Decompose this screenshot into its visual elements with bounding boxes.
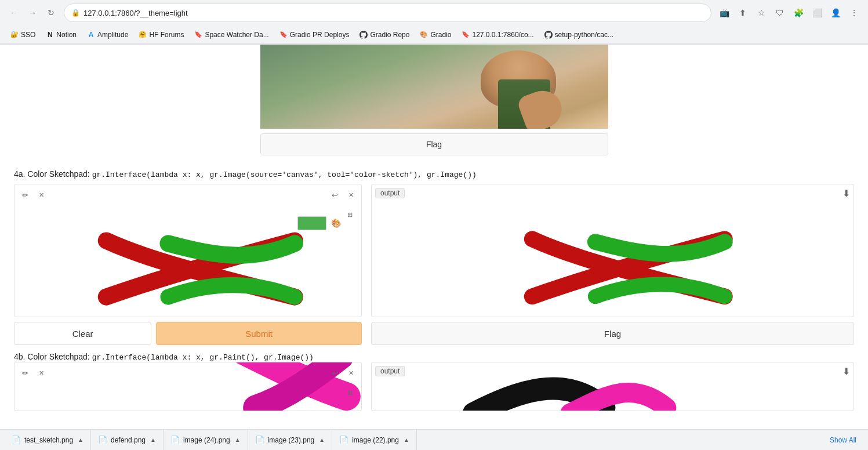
extension-button[interactable]: 🛡 — [772, 5, 788, 21]
bookmark-setup-python[interactable]: setup-python/cac... — [540, 29, 618, 41]
undo-button-4b[interactable]: ↩ — [328, 366, 342, 380]
top-section: Flag — [0, 45, 868, 160]
sketchpad-4a-left: ✏ ✕ ↩ ✕ ⊞ 🎨 — [14, 184, 362, 345]
gradio-repo-icon — [359, 31, 368, 39]
undo-button[interactable]: ↩ — [328, 188, 342, 202]
notion-icon: N — [46, 31, 54, 39]
canvas-toolbar-left: ✏ ✕ — [18, 188, 48, 202]
bookmark-gradio-pr-label: Gradio PR Deploys — [290, 31, 350, 39]
canvas-4b-right-tools: ⊞ — [343, 386, 357, 400]
bookmark-space-watcher-label: Space Watcher Da... — [205, 31, 268, 39]
forward-button[interactable]: → — [24, 5, 41, 21]
flag-button-4a[interactable]: Flag — [371, 322, 854, 345]
bookmark-notion-label: Notion — [56, 31, 77, 39]
color-tools: 🎨 — [297, 216, 343, 230]
top-image — [260, 45, 608, 129]
bookmark-hf-label: HF Forums — [149, 31, 184, 39]
bookmark-amplitude-label: Amplitude — [97, 31, 128, 39]
brush-size-button[interactable]: ⊞ — [343, 208, 357, 222]
bookmark-gradio[interactable]: 🎨 Gradio — [415, 29, 456, 41]
canvas-4b-sketch — [14, 362, 361, 411]
color-picker-button[interactable]: 🎨 — [329, 216, 343, 230]
submit-button-4a[interactable]: Submit — [156, 322, 362, 345]
clear-canvas-button-4b[interactable]: ✕ — [344, 366, 358, 380]
top-image-wrapper: Flag — [260, 45, 608, 155]
bookmark-setup-python-label: setup-python/cac... — [555, 31, 613, 39]
cast-button[interactable]: 📺 — [716, 5, 732, 21]
lock-icon: 🔒 — [71, 9, 80, 17]
canvas-toolbar-right: ↩ ✕ — [328, 188, 358, 202]
setup-python-icon — [544, 31, 553, 39]
bookmark-star-button[interactable]: ☆ — [753, 5, 769, 21]
canvas-right-tools: ⊞ — [343, 208, 357, 222]
sketchpad-4a-right: output ⬇ Flag — [371, 184, 854, 345]
back-button[interactable]: ← — [6, 5, 22, 21]
output-sketch-4a — [372, 184, 854, 317]
sketchpad-4b-left: ✏ ✕ ↩ ✕ ⊞ — [14, 362, 362, 411]
flag-button-top-container: Flag — [260, 131, 608, 155]
sketchpad-4b-row: ✏ ✕ ↩ ✕ ⊞ output — [0, 362, 868, 411]
button-row-4a: Clear Submit — [14, 322, 362, 345]
split-view-button[interactable]: ⬜ — [809, 5, 825, 21]
amplitude-icon: A — [87, 31, 95, 39]
section-4b-code: gr.Interface(lambda x: x, gr.Paint(), gr… — [92, 353, 314, 362]
bookmark-local[interactable]: 🔖 127.0.0.1:7860/co... — [457, 29, 538, 41]
close-canvas-button-4b[interactable]: ✕ — [34, 366, 48, 380]
clear-canvas-button[interactable]: ✕ — [344, 188, 358, 202]
section-4b-title: 4b. Color Sketchpad: — [14, 352, 90, 361]
gradio-pr-icon: 🔖 — [279, 31, 288, 39]
bookmark-gradio-repo[interactable]: Gradio Repo — [355, 29, 414, 41]
sketchpad-4b-right: output ⬇ — [371, 362, 854, 411]
section-4a-code: gr.Interface(lambda x: x, gr.Image(sourc… — [92, 170, 477, 179]
canvas-4b-toolbar-left: ✏ ✕ — [18, 366, 48, 380]
bookmark-hf-forums[interactable]: 🤗 HF Forums — [134, 29, 188, 41]
download-bar: 📄 test_sketch.png ▲ 📄 defend.png ▲ 📄 ima… — [0, 429, 868, 430]
reload-button[interactable]: ↻ — [43, 5, 59, 21]
sketchpad-4a-row: ✏ ✕ ↩ ✕ ⊞ 🎨 — [0, 184, 868, 352]
page-content: Flag 4a. Color Sketchpad: gr.Interface(l… — [0, 45, 868, 430]
bookmark-gradio-repo-label: Gradio Repo — [370, 31, 409, 39]
browser-chrome: ← → ↻ 🔒 127.0.0.1:7860/?__theme=light 📺 … — [0, 0, 868, 45]
menu-button[interactable]: ⋮ — [846, 5, 862, 21]
bookmark-amplitude[interactable]: A Amplitude — [82, 29, 133, 41]
gradio-icon: 🎨 — [420, 31, 428, 39]
nav-buttons: ← → ↻ — [6, 5, 59, 21]
close-canvas-button[interactable]: ✕ — [34, 188, 48, 202]
sso-icon: 🔐 — [10, 31, 19, 39]
extensions-puzzle-button[interactable]: 🧩 — [790, 5, 807, 21]
input-canvas-4a[interactable]: ✏ ✕ ↩ ✕ ⊞ 🎨 — [14, 184, 362, 317]
brush-size-button-4b[interactable]: ⊞ — [343, 386, 357, 400]
browser-toolbar: ← → ↻ 🔒 127.0.0.1:7860/?__theme=light 📺 … — [0, 0, 868, 26]
section-4a-title: 4a. Color Sketchpad: — [14, 169, 90, 179]
pencil-tool-button[interactable]: ✏ — [18, 188, 32, 202]
output-canvas-4a: output ⬇ — [371, 184, 854, 317]
bookmark-gradio-label: Gradio — [430, 31, 451, 39]
flag-button-top[interactable]: Flag — [260, 133, 608, 155]
color-swatch[interactable] — [297, 216, 326, 230]
local-icon: 🔖 — [462, 31, 470, 39]
canvas-4b-toolbar-right: ↩ ✕ — [328, 366, 358, 380]
toolbar-actions: 📺 ⬆ ☆ 🛡 🧩 ⬜ 👤 ⋮ — [716, 5, 862, 21]
canvas-sketch — [14, 184, 361, 317]
bookmark-sso-label: SSO — [21, 31, 35, 39]
address-bar[interactable]: 🔒 127.0.0.1:7860/?__theme=light — [64, 3, 711, 22]
clear-button-4a[interactable]: Clear — [14, 322, 151, 345]
bookmark-space-watcher[interactable]: 🔖 Space Watcher Da... — [190, 29, 273, 41]
section-4a-label: 4a. Color Sketchpad: gr.Interface(lambda… — [0, 160, 868, 184]
pencil-tool-button-4b[interactable]: ✏ — [18, 366, 32, 380]
bookmark-sso[interactable]: 🔐 SSO — [6, 29, 40, 41]
section-4b-label: 4b. Color Sketchpad: gr.Interface(lambda… — [0, 352, 868, 362]
bookmarks-bar: 🔐 SSO N Notion A Amplitude 🤗 HF Forums 🔖… — [0, 26, 868, 44]
bookmark-gradio-pr[interactable]: 🔖 Gradio PR Deploys — [275, 29, 354, 41]
input-canvas-4b[interactable]: ✏ ✕ ↩ ✕ ⊞ — [14, 362, 362, 411]
profile-button[interactable]: 👤 — [827, 5, 844, 21]
share-button[interactable]: ⬆ — [735, 5, 751, 21]
bookmark-notion[interactable]: N Notion — [41, 29, 81, 41]
space-watcher-icon: 🔖 — [194, 31, 202, 39]
hf-icon: 🤗 — [139, 31, 147, 39]
output-canvas-4b: output ⬇ — [371, 362, 854, 411]
bookmark-local-label: 127.0.0.1:7860/co... — [472, 31, 533, 39]
output-4b-sketch — [372, 362, 854, 411]
url-text: 127.0.0.1:7860/?__theme=light — [83, 9, 188, 17]
